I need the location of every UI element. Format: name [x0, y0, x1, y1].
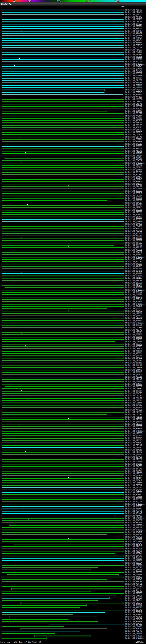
hit-accession-label[interactable]: UniRef100_Q4MI13: [125, 477, 142, 479]
hit-bar[interactable]: [1, 468, 124, 469]
hit-bar[interactable]: [1, 572, 124, 573]
hit-accession-label[interactable]: UniRef100_C4QWS1: [125, 618, 142, 620]
hit-bar[interactable]: [1, 454, 124, 455]
hit-accession-label[interactable]: UniRef100_A9S0F7: [125, 105, 142, 107]
hit-bar[interactable]: [1, 396, 124, 396]
hit-bar[interactable]: [1, 304, 124, 304]
hit-bar[interactable]: [1, 179, 124, 180]
hit-accession-label[interactable]: UniRef100_A2QPB3: [125, 145, 142, 147]
hit-bar[interactable]: [1, 563, 124, 563]
hit-accession-label[interactable]: UniRef100_UPI000...: [125, 574, 145, 576]
hit-bar[interactable]: [1, 464, 124, 464]
hit-accession-label[interactable]: UniRef100_Q4KTD1: [125, 223, 142, 225]
hit-bar[interactable]: [1, 36, 124, 36]
hit-bar[interactable]: [1, 631, 80, 632]
hit-bar[interactable]: [1, 118, 124, 118]
hit-accession-label[interactable]: UniRef100_C1E4D6: [125, 18, 142, 20]
hit-bar[interactable]: [1, 438, 124, 438]
hit-accession-label[interactable]: UniRef100_A5DPK9: [125, 630, 142, 632]
hit-accession-label[interactable]: UniRef100_A2I420: [125, 152, 142, 154]
hit-bar[interactable]: [1, 487, 124, 488]
hit-bar[interactable]: [1, 170, 124, 170]
hit-accession-label[interactable]: UniRef100_B4MY91: [125, 357, 142, 359]
hit-bar[interactable]: [1, 200, 107, 201]
hit-accession-label[interactable]: UniRef100_A3GFY3: [125, 590, 142, 592]
hit-bar[interactable]: [1, 47, 124, 48]
hit-bar[interactable]: [1, 344, 124, 344]
hit-bar[interactable]: [1, 17, 124, 17]
hit-accession-label[interactable]: UniRef100_UPI000...: [125, 524, 145, 526]
hit-bar[interactable]: [1, 450, 124, 450]
hit-bar[interactable]: [1, 231, 124, 232]
hit-accession-label[interactable]: UniRef100_UPI000...: [125, 188, 145, 190]
hit-accession-label[interactable]: UniRef100_B6KE57: [125, 520, 142, 522]
hit-bar[interactable]: [1, 198, 124, 198]
hit-bar[interactable]: [1, 113, 124, 114]
hit-bar[interactable]: [1, 92, 105, 93]
hit-accession-label[interactable]: UniRef100_Q9DGM6: [125, 486, 142, 489]
hit-bar[interactable]: [1, 542, 124, 542]
hit-bar[interactable]: [1, 457, 114, 457]
hit-bar[interactable]: [1, 513, 124, 514]
hit-bar[interactable]: [1, 482, 124, 483]
hit-accession-label[interactable]: UniRef100_Q0JBY8: [125, 35, 142, 37]
hit-accession-label[interactable]: UniRef100_B6JYT6: [125, 336, 142, 338]
hit-bar[interactable]: [1, 365, 124, 366]
hit-bar[interactable]: [1, 405, 124, 406]
hit-bar[interactable]: [1, 278, 124, 278]
hit-accession-label[interactable]: UniRef100_C5DEB4: [125, 195, 142, 197]
hit-bar[interactable]: [1, 153, 124, 154]
hit-accession-label[interactable]: UniRef100_C1BYW8: [125, 482, 142, 484]
hit-accession-label[interactable]: UniRef100_Q759B8: [125, 592, 142, 594]
hit-bar[interactable]: [1, 478, 124, 478]
hit-bar[interactable]: [1, 445, 124, 446]
hit-accession-label[interactable]: UniRef100_A6MWV1: [125, 512, 142, 514]
hit-bar[interactable]: [1, 377, 124, 378]
hit-accession-label[interactable]: UniRef100_C0JTF4: [125, 138, 142, 140]
hit-accession-label[interactable]: UniRef100_Q17IE1: [125, 560, 142, 562]
hit-accession-label[interactable]: UniRef100_Q4Y5T5: [125, 392, 142, 394]
hit-bar[interactable]: [1, 196, 124, 196]
hit-bar[interactable]: [1, 548, 124, 549]
hit-bar[interactable]: [1, 212, 124, 213]
hit-bar[interactable]: [1, 282, 124, 283]
hit-bar[interactable]: [1, 596, 115, 596]
hit-accession-label[interactable]: UniRef100_Q6CYZ7: [125, 216, 142, 218]
hit-accession-label[interactable]: UniRef100_UPI000...: [125, 289, 145, 291]
hit-bar[interactable]: [1, 40, 124, 41]
hit-accession-label[interactable]: UniRef100_A8PGF3: [125, 505, 142, 508]
hit-accession-label[interactable]: UniRef100_B5FJ02: [125, 242, 142, 244]
hit-bar[interactable]: [1, 122, 124, 123]
hit-accession-label[interactable]: UniRef100_C3KH12: [125, 397, 142, 399]
hit-bar[interactable]: [1, 579, 107, 580]
hit-bar[interactable]: [1, 466, 124, 467]
hit-bar[interactable]: [1, 76, 124, 76]
hit-bar[interactable]: [1, 285, 124, 286]
hit-bar[interactable]: [1, 584, 100, 584]
hit-bar[interactable]: [1, 341, 115, 342]
hit-bar[interactable]: [1, 148, 124, 149]
hit-accession-label[interactable]: UniRef100_Q38C14: [125, 400, 142, 402]
hit-accession-label[interactable]: UniRef100_P41115: [125, 254, 142, 256]
hit-bar[interactable]: [1, 167, 124, 168]
hit-accession-label[interactable]: UniRef100_C3KIQ4: [125, 348, 142, 350]
hit-bar[interactable]: [1, 132, 124, 133]
hit-bar[interactable]: [1, 136, 124, 137]
hit-accession-label[interactable]: UniRef100_C1MU00: [125, 21, 142, 23]
hit-accession-label[interactable]: UniRef100_UPI000...: [125, 430, 145, 432]
hit-accession-label[interactable]: UniRef100_C6TQK5: [125, 44, 142, 46]
hit-bar[interactable]: [1, 442, 124, 443]
hit-bar[interactable]: [1, 130, 124, 130]
hit-accession-label[interactable]: UniRef100_B9T2N6: [125, 84, 142, 86]
hit-accession-label[interactable]: UniRef100_UPI000...: [125, 564, 145, 566]
hit-bar[interactable]: [1, 311, 124, 312]
hit-accession-label[interactable]: UniRef100_C4Q666: [125, 211, 142, 213]
hit-bar[interactable]: [1, 551, 124, 552]
hit-bar[interactable]: [1, 356, 124, 356]
hit-accession-label[interactable]: UniRef100_B6Z9Q3: [125, 228, 142, 230]
hit-bar[interactable]: [1, 99, 124, 100]
hit-bar[interactable]: [1, 431, 124, 432]
hit-accession-label[interactable]: UniRef100_B3MC87: [125, 404, 142, 406]
hit-accession-label[interactable]: UniRef100_UPI000...: [125, 517, 145, 519]
hit-accession-label[interactable]: UniRef100_C6K160: [125, 226, 142, 228]
